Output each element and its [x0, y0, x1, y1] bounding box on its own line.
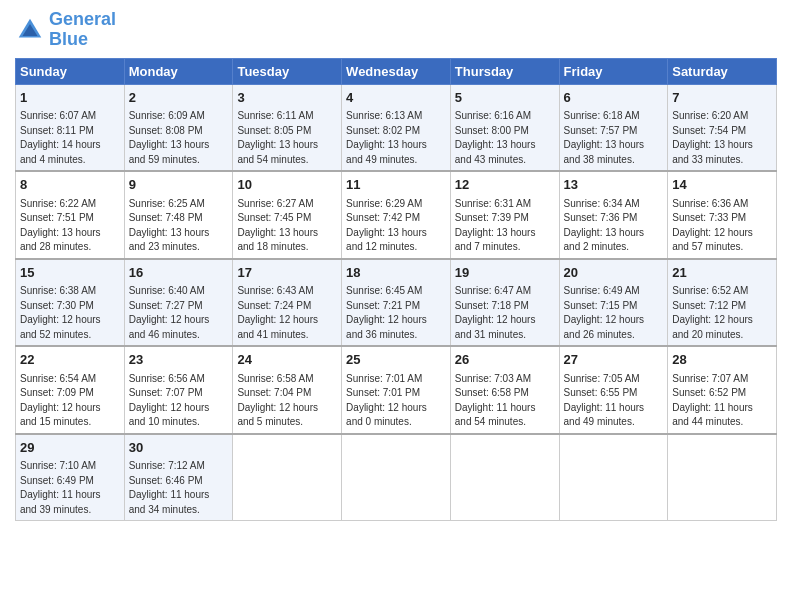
daylight-text: Daylight: 12 hours and 26 minutes. — [564, 314, 645, 340]
sunrise-text: Sunrise: 6:25 AM — [129, 198, 205, 209]
calendar-cell: 23 Sunrise: 6:56 AM Sunset: 7:07 PM Dayl… — [124, 346, 233, 434]
calendar-week-2: 8 Sunrise: 6:22 AM Sunset: 7:51 PM Dayli… — [16, 171, 777, 259]
sunrise-text: Sunrise: 6:16 AM — [455, 110, 531, 121]
sunset-text: Sunset: 7:57 PM — [564, 125, 638, 136]
calendar-cell: 26 Sunrise: 7:03 AM Sunset: 6:58 PM Dayl… — [450, 346, 559, 434]
daylight-text: Daylight: 11 hours and 54 minutes. — [455, 402, 536, 428]
calendar-cell: 12 Sunrise: 6:31 AM Sunset: 7:39 PM Dayl… — [450, 171, 559, 259]
day-number: 11 — [346, 176, 446, 194]
sunset-text: Sunset: 7:18 PM — [455, 300, 529, 311]
day-number: 12 — [455, 176, 555, 194]
calendar-cell: 11 Sunrise: 6:29 AM Sunset: 7:42 PM Dayl… — [342, 171, 451, 259]
calendar-cell: 18 Sunrise: 6:45 AM Sunset: 7:21 PM Dayl… — [342, 259, 451, 347]
col-header-thursday: Thursday — [450, 58, 559, 84]
day-number: 24 — [237, 351, 337, 369]
sunset-text: Sunset: 7:01 PM — [346, 387, 420, 398]
sunset-text: Sunset: 6:55 PM — [564, 387, 638, 398]
daylight-text: Daylight: 12 hours and 15 minutes. — [20, 402, 101, 428]
sunrise-text: Sunrise: 6:36 AM — [672, 198, 748, 209]
col-header-wednesday: Wednesday — [342, 58, 451, 84]
col-header-tuesday: Tuesday — [233, 58, 342, 84]
calendar-header-row: SundayMondayTuesdayWednesdayThursdayFrid… — [16, 58, 777, 84]
day-number: 29 — [20, 439, 120, 457]
day-number: 14 — [672, 176, 772, 194]
calendar-week-5: 29 Sunrise: 7:10 AM Sunset: 6:49 PM Dayl… — [16, 434, 777, 521]
calendar-cell: 2 Sunrise: 6:09 AM Sunset: 8:08 PM Dayli… — [124, 84, 233, 171]
sunrise-text: Sunrise: 6:27 AM — [237, 198, 313, 209]
day-number: 21 — [672, 264, 772, 282]
day-number: 16 — [129, 264, 229, 282]
day-number: 2 — [129, 89, 229, 107]
logo-icon — [15, 15, 45, 45]
daylight-text: Daylight: 13 hours and 38 minutes. — [564, 139, 645, 165]
day-number: 3 — [237, 89, 337, 107]
day-number: 23 — [129, 351, 229, 369]
daylight-text: Daylight: 12 hours and 0 minutes. — [346, 402, 427, 428]
header: General Blue — [15, 10, 777, 50]
day-number: 26 — [455, 351, 555, 369]
sunrise-text: Sunrise: 6:29 AM — [346, 198, 422, 209]
sunrise-text: Sunrise: 7:01 AM — [346, 373, 422, 384]
day-number: 15 — [20, 264, 120, 282]
daylight-text: Daylight: 12 hours and 36 minutes. — [346, 314, 427, 340]
daylight-text: Daylight: 13 hours and 7 minutes. — [455, 227, 536, 253]
calendar-cell: 21 Sunrise: 6:52 AM Sunset: 7:12 PM Dayl… — [668, 259, 777, 347]
col-header-sunday: Sunday — [16, 58, 125, 84]
daylight-text: Daylight: 12 hours and 31 minutes. — [455, 314, 536, 340]
sunrise-text: Sunrise: 6:47 AM — [455, 285, 531, 296]
sunrise-text: Sunrise: 7:05 AM — [564, 373, 640, 384]
calendar-week-1: 1 Sunrise: 6:07 AM Sunset: 8:11 PM Dayli… — [16, 84, 777, 171]
calendar-cell: 5 Sunrise: 6:16 AM Sunset: 8:00 PM Dayli… — [450, 84, 559, 171]
day-number: 18 — [346, 264, 446, 282]
sunset-text: Sunset: 7:27 PM — [129, 300, 203, 311]
sunrise-text: Sunrise: 6:56 AM — [129, 373, 205, 384]
sunset-text: Sunset: 8:08 PM — [129, 125, 203, 136]
daylight-text: Daylight: 11 hours and 44 minutes. — [672, 402, 753, 428]
sunrise-text: Sunrise: 7:12 AM — [129, 460, 205, 471]
sunset-text: Sunset: 7:39 PM — [455, 212, 529, 223]
day-number: 7 — [672, 89, 772, 107]
sunset-text: Sunset: 8:11 PM — [20, 125, 94, 136]
calendar-cell: 3 Sunrise: 6:11 AM Sunset: 8:05 PM Dayli… — [233, 84, 342, 171]
day-number: 20 — [564, 264, 664, 282]
calendar-cell: 29 Sunrise: 7:10 AM Sunset: 6:49 PM Dayl… — [16, 434, 125, 521]
calendar-week-3: 15 Sunrise: 6:38 AM Sunset: 7:30 PM Dayl… — [16, 259, 777, 347]
calendar-cell: 1 Sunrise: 6:07 AM Sunset: 8:11 PM Dayli… — [16, 84, 125, 171]
calendar-cell: 25 Sunrise: 7:01 AM Sunset: 7:01 PM Dayl… — [342, 346, 451, 434]
day-number: 10 — [237, 176, 337, 194]
calendar-cell: 6 Sunrise: 6:18 AM Sunset: 7:57 PM Dayli… — [559, 84, 668, 171]
sunrise-text: Sunrise: 6:22 AM — [20, 198, 96, 209]
sunrise-text: Sunrise: 6:09 AM — [129, 110, 205, 121]
calendar-cell: 9 Sunrise: 6:25 AM Sunset: 7:48 PM Dayli… — [124, 171, 233, 259]
sunset-text: Sunset: 6:49 PM — [20, 475, 94, 486]
sunset-text: Sunset: 7:12 PM — [672, 300, 746, 311]
daylight-text: Daylight: 13 hours and 12 minutes. — [346, 227, 427, 253]
daylight-text: Daylight: 12 hours and 10 minutes. — [129, 402, 210, 428]
calendar-cell: 7 Sunrise: 6:20 AM Sunset: 7:54 PM Dayli… — [668, 84, 777, 171]
day-number: 8 — [20, 176, 120, 194]
calendar-cell — [450, 434, 559, 521]
col-header-monday: Monday — [124, 58, 233, 84]
sunset-text: Sunset: 7:09 PM — [20, 387, 94, 398]
day-number: 17 — [237, 264, 337, 282]
sunset-text: Sunset: 7:51 PM — [20, 212, 94, 223]
logo: General Blue — [15, 10, 116, 50]
sunrise-text: Sunrise: 6:31 AM — [455, 198, 531, 209]
daylight-text: Daylight: 13 hours and 18 minutes. — [237, 227, 318, 253]
calendar-cell: 14 Sunrise: 6:36 AM Sunset: 7:33 PM Dayl… — [668, 171, 777, 259]
calendar-week-4: 22 Sunrise: 6:54 AM Sunset: 7:09 PM Dayl… — [16, 346, 777, 434]
col-header-friday: Friday — [559, 58, 668, 84]
calendar-cell: 8 Sunrise: 6:22 AM Sunset: 7:51 PM Dayli… — [16, 171, 125, 259]
daylight-text: Daylight: 13 hours and 33 minutes. — [672, 139, 753, 165]
sunrise-text: Sunrise: 6:58 AM — [237, 373, 313, 384]
calendar-cell — [233, 434, 342, 521]
day-number: 9 — [129, 176, 229, 194]
calendar-cell: 19 Sunrise: 6:47 AM Sunset: 7:18 PM Dayl… — [450, 259, 559, 347]
sunset-text: Sunset: 7:15 PM — [564, 300, 638, 311]
sunset-text: Sunset: 8:02 PM — [346, 125, 420, 136]
calendar-cell: 24 Sunrise: 6:58 AM Sunset: 7:04 PM Dayl… — [233, 346, 342, 434]
calendar-cell — [559, 434, 668, 521]
day-number: 28 — [672, 351, 772, 369]
daylight-text: Daylight: 13 hours and 59 minutes. — [129, 139, 210, 165]
calendar-cell: 27 Sunrise: 7:05 AM Sunset: 6:55 PM Dayl… — [559, 346, 668, 434]
